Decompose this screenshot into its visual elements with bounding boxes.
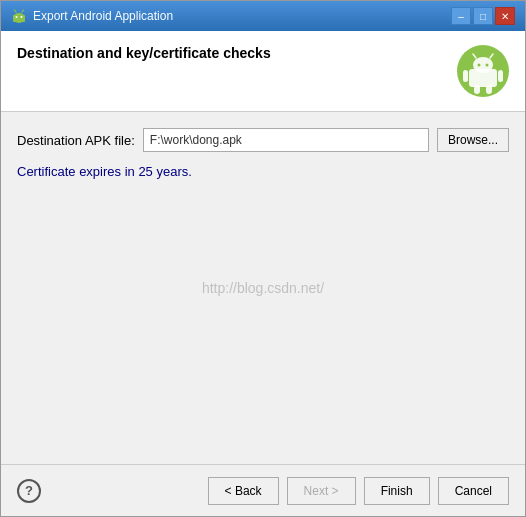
next-button[interactable]: Next > <box>287 477 356 505</box>
main-window: Export Android Application – □ ✕ Destina… <box>0 0 526 517</box>
back-button[interactable]: < Back <box>208 477 279 505</box>
svg-rect-15 <box>474 85 480 94</box>
watermark-text: http://blog.csdn.net/ <box>202 280 324 296</box>
header-section: Destination and key/certificate checks <box>1 31 525 112</box>
footer-right: < Back Next > Finish Cancel <box>208 477 509 505</box>
svg-rect-13 <box>463 70 468 82</box>
help-button[interactable]: ? <box>17 479 41 503</box>
destination-input[interactable] <box>143 128 429 152</box>
svg-point-9 <box>478 64 481 67</box>
minimize-button[interactable]: – <box>451 7 471 25</box>
svg-line-5 <box>22 10 24 12</box>
svg-line-4 <box>15 10 17 12</box>
svg-point-10 <box>486 64 489 67</box>
close-button[interactable]: ✕ <box>495 7 515 25</box>
destination-row: Destination APK file: Browse... <box>17 128 509 152</box>
title-bar-left: Export Android Application <box>11 8 173 24</box>
title-bar: Export Android Application – □ ✕ <box>1 1 525 31</box>
page-title: Destination and key/certificate checks <box>17 45 271 61</box>
android-title-icon <box>11 8 27 24</box>
browse-button[interactable]: Browse... <box>437 128 509 152</box>
cancel-button[interactable]: Cancel <box>438 477 509 505</box>
svg-rect-16 <box>486 85 492 94</box>
title-bar-controls: – □ ✕ <box>451 7 515 25</box>
svg-rect-1 <box>13 15 25 22</box>
footer-left: ? <box>17 479 41 503</box>
svg-rect-14 <box>498 70 503 82</box>
finish-button[interactable]: Finish <box>364 477 430 505</box>
svg-point-2 <box>16 16 18 18</box>
footer: ? < Back Next > Finish Cancel <box>1 464 525 516</box>
maximize-button[interactable]: □ <box>473 7 493 25</box>
content-area: Destination and key/certificate checks <box>1 31 525 464</box>
svg-point-8 <box>473 57 493 73</box>
svg-point-3 <box>21 16 23 18</box>
destination-label: Destination APK file: <box>17 133 135 148</box>
android-logo <box>457 45 509 97</box>
cert-info: Certificate expires in 25 years. <box>17 164 509 179</box>
main-content: Destination APK file: Browse... Certific… <box>1 112 525 464</box>
window-title: Export Android Application <box>33 9 173 23</box>
